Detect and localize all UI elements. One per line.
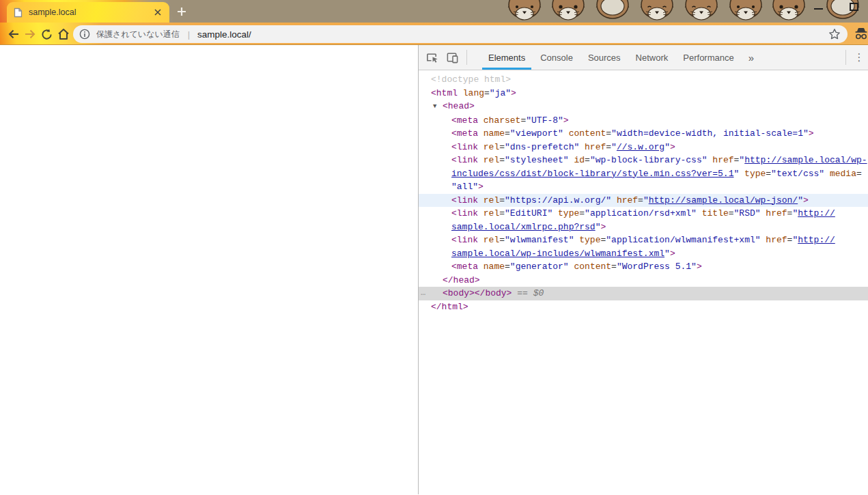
code-line[interactable]: sample.local/wp-includes/wlwmanifest.xml… [419, 247, 868, 261]
devtools-tab-console[interactable]: Console [533, 45, 580, 70]
toolbar-separator [466, 50, 467, 65]
dog-face-art [550, 0, 586, 20]
bookmark-star-icon[interactable] [828, 28, 841, 40]
dog-face-art [595, 0, 630, 20]
code-line[interactable]: <html lang="ja"> [419, 87, 868, 100]
code-line[interactable]: ▼<head> [419, 100, 868, 114]
code-line[interactable]: <meta name="viewport" content="width=dev… [419, 127, 868, 141]
code-line[interactable]: <!doctype html> [419, 73, 868, 87]
incognito-profile-icon[interactable] [853, 25, 868, 43]
code-line[interactable]: "all"> [419, 180, 868, 194]
devtools-tab-network[interactable]: Network [628, 45, 676, 70]
url-text[interactable]: sample.local/ [197, 29, 828, 40]
home-button[interactable] [55, 25, 72, 43]
device-toolbar-icon[interactable] [442, 45, 462, 70]
address-bar[interactable]: 保護されていない通信 | sample.local/ [73, 25, 848, 43]
back-button[interactable] [5, 25, 23, 43]
code-line[interactable]: <meta name="generator" content="WordPres… [419, 260, 868, 274]
devtools-tab-elements[interactable]: Elements [481, 45, 533, 70]
more-tabs-button[interactable]: » [742, 45, 761, 70]
expand-arrow-icon[interactable]: ▼ [433, 100, 443, 114]
code-line[interactable]: <link rel="https://api.w.org/" href="htt… [419, 194, 868, 208]
minimize-button[interactable] [814, 8, 823, 10]
security-status-label[interactable]: 保護されていない通信 [96, 29, 180, 40]
code-line[interactable]: …<body></body> == $0 [419, 287, 868, 300]
code-line[interactable]: includes/css/dist/block-library/style.mi… [419, 167, 868, 181]
devtools-tab-performance[interactable]: Performance [675, 45, 741, 70]
code-line[interactable]: <link rel="dns-prefetch" href="//s.w.org… [419, 141, 868, 154]
dog-face-art [639, 0, 675, 20]
forward-button[interactable] [21, 25, 39, 43]
code-line[interactable]: </html> [419, 300, 868, 314]
overflow-dots: … [421, 287, 426, 300]
tab-close-icon[interactable] [152, 6, 164, 18]
browser-window: sample.local [0, 0, 868, 495]
tab-strip: sample.local [0, 0, 868, 23]
devtools-tab-sources[interactable]: Sources [580, 45, 628, 70]
code-line[interactable]: </head> [419, 274, 868, 287]
code-line[interactable]: <link rel="EditURI" type="application/rs… [419, 207, 868, 221]
page-viewport [0, 45, 418, 494]
new-tab-button[interactable] [173, 3, 191, 20]
dog-face-art [728, 0, 764, 20]
code-line[interactable]: <link rel="stylesheet" id="wp-block-libr… [419, 154, 868, 167]
browser-tab[interactable]: sample.local [7, 2, 169, 23]
dog-face-art [507, 0, 542, 20]
reload-button[interactable] [38, 25, 55, 43]
code-line[interactable]: sample.local/xmlrpc.php?rsd"> [419, 221, 868, 234]
favicon-page-icon [14, 8, 23, 18]
maximize-button[interactable] [850, 3, 858, 11]
code-line[interactable]: <meta charset="UTF-8"> [419, 114, 868, 128]
browser-toolbar: 保護されていない通信 | sample.local/ [0, 23, 868, 45]
omnibox-separator: | [188, 29, 190, 40]
code-line[interactable]: <link rel="wlwmanifest" type="applicatio… [419, 234, 868, 247]
inspect-element-icon[interactable] [421, 45, 442, 70]
toolbar-separator [845, 50, 846, 65]
devtools-panel: ElementsConsoleSourcesNetworkPerformance… [418, 45, 868, 494]
devtools-tabs: ElementsConsoleSourcesNetworkPerformance [481, 45, 742, 70]
devtools-toolbar: ElementsConsoleSourcesNetworkPerformance… [419, 45, 868, 70]
devtools-menu-icon[interactable]: ⋮ [850, 51, 868, 63]
tab-title: sample.local [29, 8, 152, 17]
elements-tree: <!doctype html><html lang="ja">▼<head><m… [419, 70, 868, 313]
info-icon[interactable] [79, 29, 90, 40]
dog-face-art [771, 0, 807, 20]
dog-face-art [684, 0, 719, 20]
